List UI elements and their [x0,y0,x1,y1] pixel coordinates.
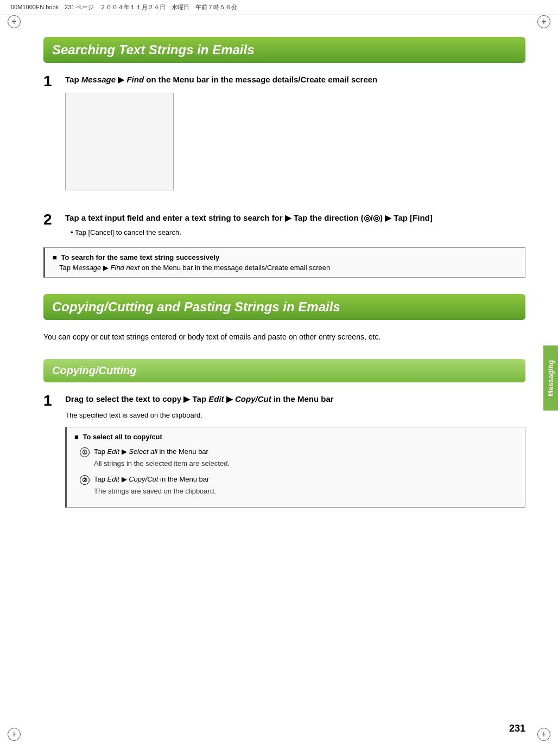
side-tab-messaging: Messaging [543,345,558,411]
info-title-text: To search for the same text string succe… [61,253,219,261]
s3-info-title: To select all to copy/cut [74,433,517,441]
s3-step1-text: Drag to select the text to copy ▶ Tap Ed… [65,393,525,406]
section1-info-box: To search for the same text string succe… [43,247,525,278]
corner-mark-tl [8,15,21,28]
circle-num-1: ① [80,447,90,457]
sub-step1-note: All strings in the selected item are sel… [94,458,230,469]
page-container: 00M1000EN.book 231 ページ ２００４年１１月２４日 水曜日 午… [0,0,558,756]
clipboard-note: The specified text is saved on the clipb… [65,410,525,421]
sub-step1-content: Tap Edit ▶ Select all in the Menu bar Al… [94,446,230,469]
step1-text: Tap Message ▶ Find on the Menu bar in th… [65,74,525,86]
corner-mark-bl [8,728,21,741]
section3-info-box: To select all to copy/cut ① Tap Edit ▶ S… [65,427,525,508]
section3-step1: 1 Drag to select the text to copy ▶ Tap … [43,393,525,516]
section1-title: Searching Text Strings in Emails [52,42,517,57]
step2-content: Tap a text input field and enter a text … [65,212,525,237]
s3-step1-content: Drag to select the text to copy ▶ Tap Ed… [65,393,525,516]
main-content: Searching Text Strings in Emails 1 Tap M… [0,15,558,560]
step1-content: Tap Message ▶ Find on the Menu bar in th… [65,74,525,201]
sub-steps: ① Tap Edit ▶ Select all in the Menu bar … [80,446,517,496]
section1-step2: 2 Tap a text input field and enter a tex… [43,212,525,237]
header-text: 00M1000EN.book 231 ページ ２００４年１１月２４日 水曜日 午… [11,3,237,11]
section2-title: Copying/Cutting and Pasting Strings in E… [52,299,517,315]
step2-text: Tap a text input field and enter a text … [65,212,525,225]
page-number: 231 [509,723,525,734]
corner-mark-tr [537,15,550,28]
section3-header: Copying/Cutting [43,359,525,382]
sub-step-2: ② Tap Edit ▶ Copy/Cut in the Menu bar Th… [80,474,517,496]
section1-header: Searching Text Strings in Emails [43,37,525,63]
info-box-title: To search for the same text string succe… [53,253,517,261]
section2-header: Copying/Cutting and Pasting Strings in E… [43,294,525,320]
sub-step2-content: Tap Edit ▶ Copy/Cut in the Menu bar The … [94,474,216,496]
s3-step1-number: 1 [43,393,65,408]
top-header: 00M1000EN.book 231 ページ ２００４年１１月２４日 水曜日 午… [0,0,558,15]
bullet-text: Tap [Cancel] to cancel the search. [75,228,181,236]
section1-step1: 1 Tap Message ▶ Find on the Menu bar in … [43,74,525,201]
step2-bullet: Tap [Cancel] to cancel the search. [71,228,525,236]
s3-info-title-text: To select all to copy/cut [83,433,162,441]
info-box-content: Tap Message ▶ Find next on the Menu bar … [59,264,517,272]
corner-mark-br [537,728,550,741]
step1-number: 1 [43,74,65,89]
circle-num-2: ② [80,475,90,485]
screenshot-placeholder [65,93,174,190]
step2-number: 2 [43,212,65,227]
section3-title: Copying/Cutting [52,364,517,377]
sub-step2-note: The strings are saved on the clipboard. [94,486,216,497]
side-tab-label: Messaging [547,360,555,396]
section2-body: You can copy or cut text strings entered… [43,331,525,343]
sub-step-1: ① Tap Edit ▶ Select all in the Menu bar … [80,446,517,469]
